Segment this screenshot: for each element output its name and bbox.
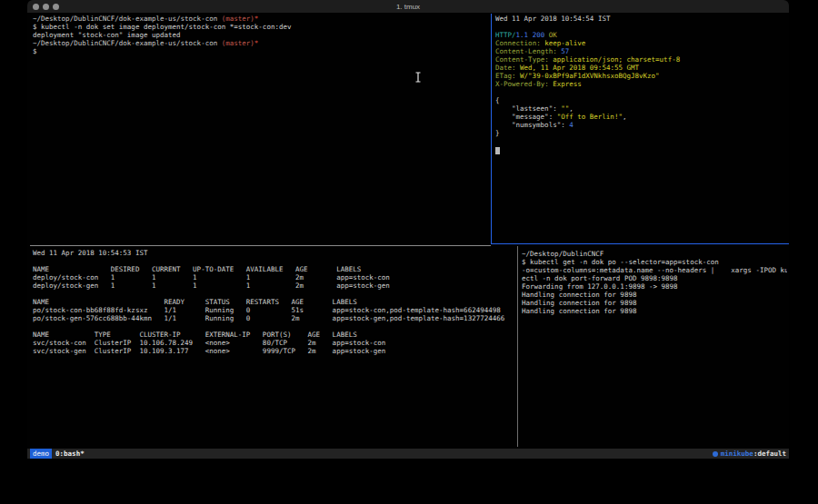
prompt-line: ~/Desktop/DublinCNCF/dok-example-us/stoc…: [33, 15, 487, 23]
http-header: X-Powered-By:Express: [495, 80, 786, 88]
pane-timestamp: Wed 11 Apr 2018 10:54:54 IST: [495, 15, 786, 23]
tmux-window-label[interactable]: 0:bash*: [55, 450, 85, 458]
pane-divider-horizontal[interactable]: [30, 245, 491, 246]
pane-divider-vertical[interactable]: [517, 246, 518, 447]
terminal-cursor: [495, 147, 500, 154]
json-separator: :: [553, 104, 561, 113]
json-key: "lastseen": [512, 104, 553, 113]
http-version-status: 1.1 200: [516, 31, 545, 39]
kubernetes-helm-icon: [713, 451, 718, 457]
http-status-line: HTTP/1.1 200OK: [495, 31, 786, 39]
header-value: W/"39-0xBPf9aF1dXVNkhsxoBQgJ8vKzo": [520, 72, 660, 80]
http-header: Connection:keep-alive: [495, 39, 786, 47]
kube-namespace: :default: [753, 450, 786, 458]
json-close-brace: }: [495, 129, 786, 137]
mouse-ibeam-pointer: [414, 69, 422, 80]
http-reason: OK: [544, 31, 557, 39]
blank-line: [33, 322, 516, 331]
json-open-brace: {: [495, 96, 786, 104]
command-output: deployment "stock-con" image updated: [33, 31, 487, 39]
window-titlebar[interactable]: 1. tmux: [27, 0, 789, 13]
command-line-wrap: -o=custom-columns=:metadata.name --no-he…: [522, 266, 787, 274]
pane-bottom-right-portforward[interactable]: ~/Desktop/DublinCNCF $ kubectl get -n do…: [522, 250, 787, 315]
header-name: Date:: [495, 64, 520, 72]
connection-log: Handling connection for 9898: [522, 291, 787, 299]
pane-bottom-left-kubectl[interactable]: Wed 11 Apr 2018 10:54:53 IST NAME DESIRE…: [33, 249, 516, 355]
command-line: $ kubectl get -n dok po --selector=app=s…: [522, 258, 787, 266]
header-name: Connection:: [495, 39, 544, 47]
service-row: svc/stock-gen ClusterIP 10.109.3.177 <no…: [33, 347, 516, 355]
json-value: "Off to Berlin!": [557, 113, 623, 121]
kube-context: minikube: [721, 450, 753, 458]
command-line-wrap: ectl -n dok port-forward POD 9898:9898: [522, 274, 787, 282]
header-name: Content-Type:: [495, 55, 553, 64]
services-table-header: NAME TYPE CLUSTER-IP EXTERNAL-IP PORT(S)…: [33, 331, 516, 339]
http-header: ETag:W/"39-0xBPf9aF1dXVNkhsxoBQgJ8vKzo": [495, 72, 786, 80]
status-left: demo0:bash*: [30, 449, 85, 459]
pods-table-header: NAME READY STATUS RESTARTS AGE LABELS: [33, 298, 516, 306]
service-row: svc/stock-con ClusterIP 10.106.78.249 <n…: [33, 339, 516, 347]
shell-prompt: $: [33, 47, 487, 55]
prompt-path: ~/Desktop/DublinCNCF/dok-example-us/stoc…: [33, 39, 222, 47]
http-proto: HTTP/: [495, 31, 516, 39]
status-right: minikube:default: [713, 449, 786, 459]
pane-timestamp: Wed 11 Apr 2018 10:54:53 IST: [33, 249, 516, 257]
session-name-badge: demo: [30, 449, 52, 459]
http-header: Date:Wed, 11 Apr 2018 09:54:55 GMT: [495, 64, 786, 72]
blank-line: [33, 257, 516, 265]
active-pane-divider-vertical[interactable]: [491, 14, 492, 244]
pane-top-left-shell[interactable]: ~/Desktop/DublinCNCF/dok-example-us/stoc…: [33, 15, 487, 55]
http-header: Content-Type:application/json; charset=u…: [495, 55, 786, 64]
pane-top-right-http[interactable]: Wed 11 Apr 2018 10:54:54 IST HTTP/1.1 20…: [495, 15, 786, 137]
git-branch: (master): [222, 39, 254, 47]
header-value: keep-alive: [544, 39, 585, 47]
json-key: "message": [512, 113, 549, 121]
git-dirty-flag: *: [254, 39, 259, 47]
prompt-path: ~/Desktop/DublinCNCF: [522, 250, 787, 258]
active-pane-divider-horizontal[interactable]: [491, 243, 789, 244]
prompt-line: ~/Desktop/DublinCNCF/dok-example-us/stoc…: [33, 39, 487, 47]
prompt-path: ~/Desktop/DublinCNCF/dok-example-us/stoc…: [33, 15, 222, 23]
header-name: ETag:: [495, 72, 520, 80]
header-value: Express: [553, 80, 582, 88]
json-line: "numsymbols": 4: [495, 121, 786, 129]
json-key: "numsymbols": [512, 121, 561, 129]
header-value: 57: [561, 47, 569, 55]
json-value: "": [561, 104, 569, 113]
json-comma: ,: [623, 113, 627, 121]
blank-line: [495, 88, 786, 96]
pod-row: po/stock-gen-576cc688bb-44kmn 1/1 Runnin…: [33, 314, 516, 322]
json-separator: :: [561, 121, 569, 129]
tmux-status-bar: demo0:bash* minikube:default: [27, 449, 789, 459]
window-title: 1. tmux: [27, 0, 789, 13]
git-dirty-flag: *: [254, 15, 259, 23]
connection-log: Handling connection for 9898: [522, 299, 787, 307]
json-comma: ,: [569, 104, 574, 113]
json-line: "message": "Off to Berlin!",: [495, 113, 786, 121]
json-separator: :: [549, 113, 557, 121]
json-value: 4: [569, 121, 574, 129]
git-branch: (master): [222, 15, 254, 23]
http-header: Content-Length:57: [495, 47, 786, 55]
header-name: X-Powered-By:: [495, 80, 553, 88]
deployments-table-header: NAME DESIRED CURRENT UP-TO-DATE AVAILABL…: [33, 265, 516, 273]
deployment-row: deploy/stock-gen 1 1 1 1 2m app=stock-ge…: [33, 282, 516, 290]
header-value: application/json; charset=utf-8: [553, 55, 680, 64]
terminal-window: 1. tmux ~/Desktop/DublinCNCF/dok-example…: [27, 0, 789, 460]
command-line: $ kubectl -n dok set image deployment/st…: [33, 23, 487, 31]
json-line: "lastseen": "",: [495, 104, 786, 113]
header-name: Content-Length:: [495, 47, 561, 55]
blank-line: [495, 23, 786, 31]
blank-line: [33, 290, 516, 298]
deployment-row: deploy/stock-con 1 1 1 1 2m app=stock-co…: [33, 273, 516, 282]
forwarding-status: Forwarding from 127.0.0.1:9898 -> 9898: [522, 282, 787, 291]
pod-row: po/stock-con-bb68f88fd-kzsxz 1/1 Running…: [33, 306, 516, 314]
connection-log: Handling connection for 9898: [522, 307, 787, 315]
header-value: Wed, 11 Apr 2018 09:54:55 GMT: [520, 64, 639, 72]
